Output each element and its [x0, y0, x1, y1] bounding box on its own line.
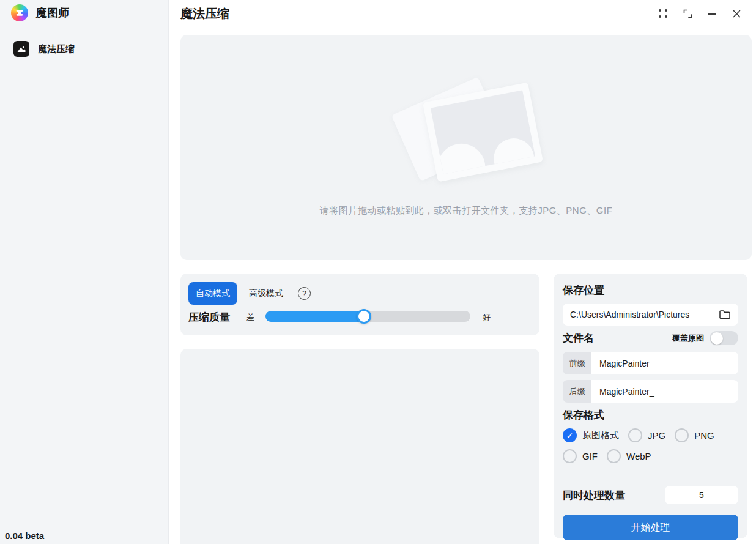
main-area: 魔法压缩 请将图片拖动或粘贴到此，或双击打开文件夹，支持JPG、PNG、GIF … — [169, 0, 756, 544]
file-list-area — [180, 349, 539, 544]
save-settings-panel: 保存位置 文件名 覆盖原图 前缀 后缀 — [554, 274, 747, 538]
app-logo-row: 魔图师 — [0, 0, 168, 21]
save-location-input[interactable] — [570, 310, 719, 319]
overwrite-toggle[interactable] — [710, 331, 738, 345]
prefix-input[interactable] — [591, 352, 738, 374]
radio-icon — [607, 449, 621, 463]
folder-icon[interactable] — [719, 309, 731, 320]
image-icon — [13, 41, 29, 57]
radio-icon — [563, 449, 577, 463]
start-processing-button[interactable]: 开始处理 — [563, 515, 738, 540]
quality-slider-fill — [265, 311, 364, 322]
page-title: 魔法压缩 — [180, 6, 229, 22]
version-label: 0.04 beta — [5, 531, 44, 541]
quality-slider[interactable] — [265, 311, 470, 322]
radio-checked-icon: ✓ — [563, 428, 577, 442]
quality-slider-thumb[interactable] — [357, 309, 371, 324]
suffix-field: 后缀 — [563, 380, 738, 403]
window-controls — [651, 5, 749, 22]
radio-icon — [675, 428, 689, 442]
format-radio-webp[interactable]: WebP — [607, 449, 651, 463]
help-icon[interactable]: ? — [298, 287, 311, 300]
quality-max-label: 好 — [483, 312, 491, 323]
dots-grid-icon[interactable] — [651, 5, 675, 22]
app-title: 魔图师 — [36, 6, 69, 20]
close-icon[interactable] — [724, 5, 749, 22]
format-radio-original[interactable]: ✓ 原图格式 — [563, 428, 619, 442]
expand-icon[interactable] — [675, 5, 700, 22]
overwrite-label: 覆盖原图 — [672, 333, 704, 344]
image-dropzone[interactable]: 请将图片拖动或粘贴到此，或双击打开文件夹，支持JPG、PNG、GIF — [180, 35, 752, 260]
format-radio-jpg[interactable]: JPG — [628, 428, 665, 442]
toggle-knob — [711, 332, 723, 345]
sidebar: 魔图师 魔法压缩 0.04 beta — [0, 0, 169, 544]
concurrency-input[interactable] — [665, 486, 738, 504]
save-location-field — [563, 304, 738, 326]
tab-auto-mode[interactable]: 自动模式 — [188, 282, 237, 305]
app-logo-icon — [11, 4, 28, 21]
filename-heading: 文件名 — [563, 331, 594, 345]
save-format-heading: 保存格式 — [563, 408, 738, 422]
suffix-label: 后缀 — [563, 380, 591, 403]
minimize-icon[interactable] — [700, 5, 724, 22]
suffix-input[interactable] — [591, 380, 738, 403]
radio-icon — [628, 428, 642, 442]
prefix-field: 前缀 — [563, 352, 738, 374]
sidebar-item-label: 魔法压缩 — [38, 43, 75, 55]
save-location-heading: 保存位置 — [563, 283, 738, 297]
stacked-photos-icon — [396, 75, 536, 191]
tab-advanced-mode[interactable]: 高级模式 — [249, 282, 283, 305]
dropzone-hint: 请将图片拖动或粘贴到此，或双击打开文件夹，支持JPG、PNG、GIF — [180, 205, 752, 217]
format-radio-gif[interactable]: GIF — [563, 449, 598, 463]
sidebar-item-magic-compress[interactable]: 魔法压缩 — [13, 41, 168, 57]
quality-label: 压缩质量 — [188, 310, 230, 324]
compression-settings-card: 自动模式 高级模式 ? 压缩质量 差 好 — [180, 274, 539, 335]
format-radio-png[interactable]: PNG — [675, 428, 714, 442]
concurrency-label: 同时处理数量 — [563, 488, 625, 502]
prefix-label: 前缀 — [563, 352, 591, 374]
quality-min-label: 差 — [246, 312, 254, 323]
